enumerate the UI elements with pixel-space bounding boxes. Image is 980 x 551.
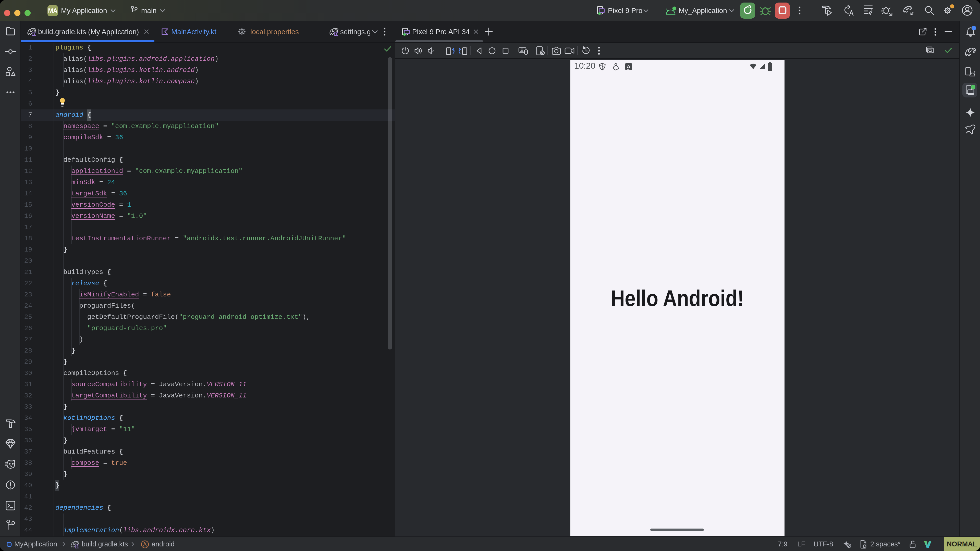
svg-text:A: A	[627, 64, 630, 69]
svg-text:Hello Android!: Hello Android!	[611, 286, 744, 311]
